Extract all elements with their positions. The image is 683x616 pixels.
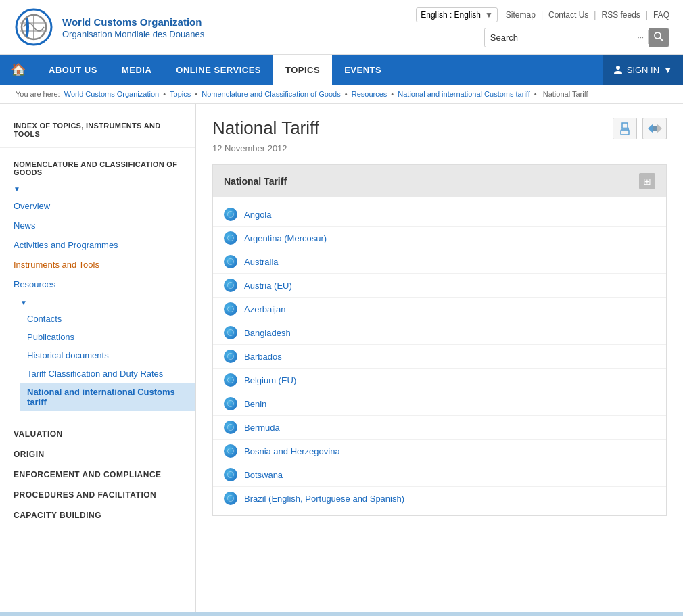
svg-point-8 — [628, 128, 629, 130]
sidebar-valuation[interactable]: VALUATION — [0, 423, 195, 443]
sidebar-publications[interactable]: Publications — [20, 328, 195, 346]
sidebar-activities[interactable]: Activities and Programmes — [0, 235, 195, 255]
list-item: Bangladesh — [213, 321, 666, 345]
home-nav-button[interactable]: 🏠 — [0, 55, 37, 85]
breadcrumb-nomenclature[interactable]: Nomenclature and Classification of Goods — [202, 90, 340, 98]
search-options-icon[interactable]: ··· — [634, 30, 649, 44]
signin-label: SIGN IN — [627, 65, 659, 75]
country-link[interactable]: Bangladesh — [244, 328, 291, 338]
globe-icon — [224, 444, 237, 458]
sidebar-section-title: NOMENCLATURE AND CLASSIFICATION OF GOODS — [0, 153, 195, 181]
svg-line-3 — [660, 38, 663, 41]
globe-icon — [224, 255, 237, 268]
globe-icon — [224, 350, 237, 363]
breadcrumb-resources[interactable]: Resources — [352, 90, 387, 98]
search-icon — [654, 32, 663, 41]
table-header-title: National Tariff — [224, 176, 287, 187]
country-link[interactable]: Benin — [244, 399, 266, 409]
country-table: National Tariff ⊞ Angola Argentina (Merc… — [212, 164, 667, 516]
print-button[interactable] — [613, 118, 637, 139]
country-link[interactable]: Angola — [244, 210, 271, 220]
breadcrumb-current: National Tariff — [543, 90, 588, 98]
sidebar-procedures[interactable]: PROCEDURES AND FACILITATION — [0, 483, 195, 504]
list-item: Belgium (EU) — [213, 369, 666, 392]
logo-area: World Customs Organization Organisation … — [14, 7, 204, 47]
sidebar-overview[interactable]: Overview — [0, 196, 195, 216]
globe-icon — [224, 373, 237, 387]
lang-label: English : English — [421, 10, 481, 20]
country-link[interactable]: Belgium (EU) — [244, 375, 296, 385]
breadcrumb: You are here: World Customs Organization… — [0, 85, 683, 104]
sidebar-resources[interactable]: Resources — [0, 275, 195, 294]
site-header: World Customs Organization Organisation … — [0, 0, 683, 55]
globe-icon — [224, 279, 237, 292]
table-view-icon[interactable]: ⊞ — [639, 173, 655, 189]
share-icon — [647, 123, 662, 134]
language-selector[interactable]: English : English ▼ — [416, 7, 498, 22]
main-container: INDEX OF TOPICS, INSTRUMENTS AND TOOLS N… — [0, 104, 683, 612]
sidebar-national-intl-tariff[interactable]: National and international Customs tarif… — [20, 383, 195, 411]
table-header: National Tariff ⊞ — [213, 165, 666, 197]
nav-online-services[interactable]: ONLINE SERVICES — [164, 55, 273, 85]
list-item: Angola — [213, 203, 666, 227]
sidebar-tariff-classification[interactable]: Tariff Classification and Duty Rates — [20, 364, 195, 383]
list-item: Argentina (Mercosur) — [213, 227, 666, 250]
svg-point-4 — [616, 66, 620, 70]
header-right: English : English ▼ Sitemap | Contact Us… — [416, 7, 669, 47]
share-button[interactable] — [642, 118, 667, 139]
search-input[interactable] — [485, 29, 634, 46]
signin-button[interactable]: SIGN IN ▼ — [603, 55, 683, 85]
sitemap-link[interactable]: Sitemap — [506, 10, 536, 20]
contact-link[interactable]: Contact Us — [548, 10, 588, 20]
search-button[interactable] — [649, 28, 669, 47]
country-link[interactable]: Austria (EU) — [244, 281, 292, 291]
country-link[interactable]: Argentina (Mercosur) — [244, 233, 327, 243]
svg-marker-10 — [653, 124, 662, 133]
globe-icon — [224, 492, 237, 505]
country-link[interactable]: Bermuda — [244, 423, 280, 433]
nav-about-us[interactable]: ABOUT US — [37, 55, 110, 85]
print-icon — [618, 122, 632, 135]
sidebar-dropdown-indicator: ▼ — [0, 181, 195, 196]
sidebar-enforcement[interactable]: ENFORCEMENT AND COMPLIANCE — [0, 463, 195, 483]
signin-arrow: ▼ — [663, 65, 672, 75]
sidebar-capacity[interactable]: CAPACITY BUILDING — [0, 504, 195, 524]
globe-icon — [224, 326, 237, 339]
faq-link[interactable]: FAQ — [653, 10, 669, 20]
list-item: Bermuda — [213, 416, 666, 440]
rss-link[interactable]: RSS feeds — [601, 10, 640, 20]
main-nav: 🏠 ABOUT US MEDIA ONLINE SERVICES TOPICS … — [0, 55, 683, 85]
breadcrumb-national-international[interactable]: National and international Customs tarif… — [398, 90, 529, 98]
lang-dropdown-arrow: ▼ — [485, 10, 493, 20]
country-link[interactable]: Australia — [244, 257, 279, 267]
breadcrumb-topics[interactable]: Topics — [170, 90, 191, 98]
globe-icon — [224, 231, 237, 245]
main-content: National Tariff 12 — [196, 104, 683, 612]
list-item: Barbados — [213, 345, 666, 369]
country-link[interactable]: Bosnia and Herzegovina — [244, 446, 340, 456]
wco-logo — [14, 7, 54, 47]
nav-topics[interactable]: TOPICS — [273, 55, 332, 85]
sidebar-sub-menu: ▼ Contacts Publications Historical docum… — [0, 294, 195, 411]
nav-events[interactable]: EVENTS — [332, 55, 394, 85]
breadcrumb-wco[interactable]: World Customs Organization — [64, 90, 159, 98]
sidebar-origin[interactable]: ORIGIN — [0, 443, 195, 463]
sidebar-contacts[interactable]: Contacts — [20, 310, 195, 328]
country-link[interactable]: Barbados — [244, 352, 282, 362]
org-name-block: World Customs Organization Organisation … — [62, 15, 204, 39]
country-list: Angola Argentina (Mercosur) Australia Au… — [213, 197, 666, 515]
content-header: National Tariff — [212, 118, 667, 139]
nav-media[interactable]: MEDIA — [110, 55, 164, 85]
search-bar: ··· — [484, 28, 669, 47]
sidebar-instruments[interactable]: Instruments and Tools — [0, 255, 195, 275]
list-item: Azerbaijan — [213, 298, 666, 321]
sidebar: INDEX OF TOPICS, INSTRUMENTS AND TOOLS N… — [0, 104, 196, 612]
breadcrumb-prefix: You are here: — [16, 90, 60, 98]
sidebar-news[interactable]: News — [0, 216, 195, 235]
country-link[interactable]: Botswana — [244, 470, 283, 480]
country-link[interactable]: Azerbaijan — [244, 304, 285, 314]
globe-icon — [224, 208, 237, 221]
globe-icon — [224, 302, 237, 316]
country-link[interactable]: Brazil (English, Portuguese and Spanish) — [244, 494, 404, 504]
sidebar-historical[interactable]: Historical documents — [20, 346, 195, 364]
